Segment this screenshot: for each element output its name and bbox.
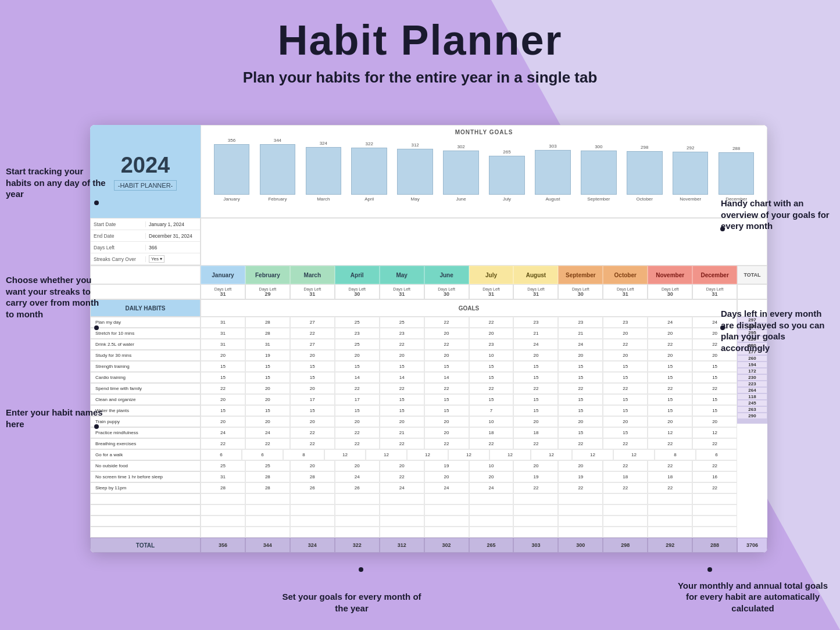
goal-cell-14-7[interactable]: 19 [513,471,558,482]
goal-cell-7-1[interactable]: 20 [245,394,290,405]
goal-cell-3-6[interactable]: 10 [469,350,514,361]
goal-cell-11-10[interactable]: 22 [648,438,692,449]
goal-cell-2-8[interactable]: 24 [558,339,603,350]
empty-goal-cell-0-11[interactable] [692,493,737,504]
goal-cell-1-3[interactable]: 23 [335,328,380,339]
empty-goal-cell-1-6[interactable] [469,504,514,516]
goal-cell-9-0[interactable]: 20 [201,416,245,427]
empty-goal-cell-1-5[interactable] [424,504,469,516]
habit-name-13[interactable]: No outside food [90,460,201,471]
goal-cell-2-3[interactable]: 25 [335,339,380,350]
goal-cell-13-10[interactable]: 22 [648,460,692,471]
empty-goal-cell-3-0[interactable] [201,527,245,538]
goal-cell-10-11[interactable]: 12 [692,427,737,438]
goal-cell-6-3[interactable]: 22 [335,383,380,394]
goal-cell-0-8[interactable]: 23 [558,317,603,328]
goal-cell-10-10[interactable]: 12 [648,427,692,438]
goal-cell-7-4[interactable]: 15 [380,394,424,405]
goal-cell-11-0[interactable]: 22 [201,438,245,449]
goal-cell-4-10[interactable]: 15 [648,361,692,372]
goal-cell-4-2[interactable]: 15 [290,361,335,372]
goal-cell-13-6[interactable]: 10 [469,460,514,471]
goal-cell-2-10[interactable]: 22 [648,339,692,350]
goal-cell-5-3[interactable]: 14 [335,372,380,383]
goal-cell-12-2[interactable]: 8 [283,449,324,460]
goal-cell-9-8[interactable]: 20 [558,416,603,427]
goal-cell-14-1[interactable]: 28 [245,471,290,482]
goal-cell-8-4[interactable]: 15 [380,405,424,416]
goal-cell-8-10[interactable]: 15 [648,405,692,416]
goal-cell-1-10[interactable]: 20 [648,328,692,339]
empty-goal-cell-1-2[interactable] [290,504,335,516]
goal-cell-7-3[interactable]: 17 [335,394,380,405]
goal-cell-12-12[interactable]: 6 [696,449,737,460]
empty-goal-cell-2-3[interactable] [335,516,380,527]
goal-cell-6-6[interactable]: 22 [469,383,514,394]
empty-goal-cell-2-5[interactable] [424,516,469,527]
goal-cell-15-0[interactable]: 28 [201,482,245,493]
goal-cell-3-0[interactable]: 20 [201,350,245,361]
empty-goal-cell-1-8[interactable] [558,504,603,516]
goal-cell-12-3[interactable]: 12 [324,449,366,460]
goal-cell-6-5[interactable]: 22 [424,383,469,394]
empty-goal-cell-2-9[interactable] [603,516,648,527]
goal-cell-13-9[interactable]: 22 [603,460,648,471]
goal-cell-12-10[interactable]: 12 [613,449,655,460]
empty-goal-cell-3-6[interactable] [469,527,514,538]
goal-cell-4-1[interactable]: 15 [245,361,290,372]
goal-cell-8-1[interactable]: 15 [245,405,290,416]
goal-cell-9-2[interactable]: 20 [290,416,335,427]
empty-habit-1[interactable] [90,504,201,516]
goal-cell-1-0[interactable]: 31 [201,328,245,339]
goal-cell-6-8[interactable]: 22 [558,383,603,394]
empty-goal-cell-0-8[interactable] [558,493,603,504]
goal-cell-4-11[interactable]: 15 [692,361,737,372]
goal-cell-8-8[interactable]: 15 [558,405,603,416]
goal-cell-15-10[interactable]: 22 [648,482,692,493]
goal-cell-14-2[interactable]: 28 [290,471,335,482]
goal-cell-15-11[interactable]: 22 [692,482,737,493]
goal-cell-8-0[interactable]: 15 [201,405,245,416]
goal-cell-13-2[interactable]: 20 [290,460,335,471]
habit-name-3[interactable]: Study for 30 mins [90,350,201,361]
empty-goal-cell-0-4[interactable] [380,493,424,504]
goal-cell-0-6[interactable]: 22 [469,317,514,328]
goal-cell-12-8[interactable]: 12 [531,449,572,460]
goal-cell-4-5[interactable]: 15 [424,361,469,372]
goal-cell-6-1[interactable]: 20 [245,383,290,394]
goal-cell-13-7[interactable]: 20 [513,460,558,471]
goal-cell-9-10[interactable]: 20 [648,416,692,427]
goal-cell-13-4[interactable]: 20 [380,460,424,471]
goal-cell-12-4[interactable]: 12 [366,449,407,460]
goal-cell-14-5[interactable]: 20 [424,471,469,482]
goal-cell-2-6[interactable]: 23 [469,339,514,350]
habit-name-11[interactable]: Breathing exercises [90,438,201,449]
goal-cell-10-0[interactable]: 24 [201,427,245,438]
goal-cell-1-1[interactable]: 28 [245,328,290,339]
empty-goal-cell-2-8[interactable] [558,516,603,527]
goal-cell-14-9[interactable]: 18 [603,471,648,482]
goal-cell-3-5[interactable]: 20 [424,350,469,361]
goal-cell-5-10[interactable]: 15 [648,372,692,383]
goal-cell-7-7[interactable]: 15 [513,394,558,405]
goal-cell-6-10[interactable]: 22 [648,383,692,394]
goal-cell-12-11[interactable]: 8 [655,449,696,460]
goal-cell-11-7[interactable]: 22 [513,438,558,449]
goal-cell-15-5[interactable]: 24 [424,482,469,493]
goal-cell-3-1[interactable]: 19 [245,350,290,361]
goal-cell-6-7[interactable]: 22 [513,383,558,394]
goal-cell-14-8[interactable]: 19 [558,471,603,482]
goal-cell-2-0[interactable]: 31 [201,339,245,350]
goal-cell-5-0[interactable]: 15 [201,372,245,383]
goal-cell-9-7[interactable]: 20 [513,416,558,427]
goal-cell-1-7[interactable]: 21 [513,328,558,339]
goal-cell-4-9[interactable]: 15 [603,361,648,372]
goal-cell-10-1[interactable]: 24 [245,427,290,438]
goal-cell-12-0[interactable]: 6 [201,449,242,460]
goal-cell-9-9[interactable]: 20 [603,416,648,427]
goal-cell-14-3[interactable]: 24 [335,471,380,482]
goal-cell-7-9[interactable]: 15 [603,394,648,405]
goal-cell-10-5[interactable]: 20 [424,427,469,438]
empty-goal-cell-3-5[interactable] [424,527,469,538]
goal-cell-0-1[interactable]: 28 [245,317,290,328]
